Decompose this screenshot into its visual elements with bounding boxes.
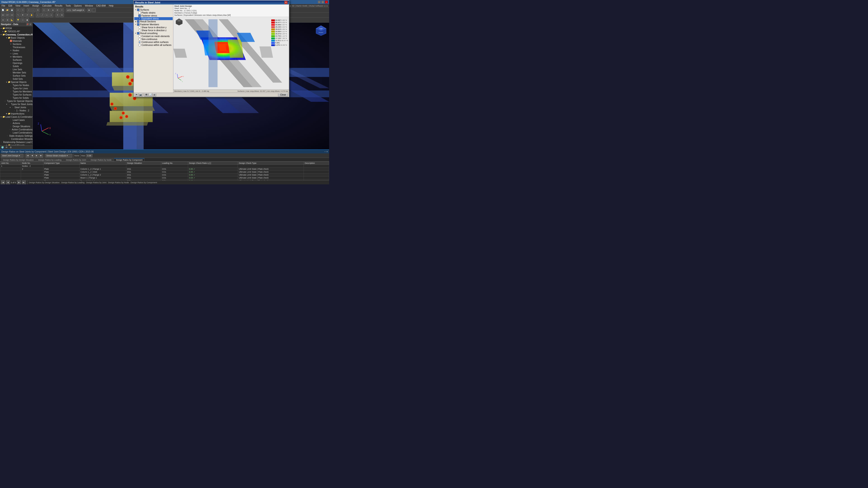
- sections-checkbox[interactable]: ✓: [137, 20, 140, 23]
- menu-assign[interactable]: Assign: [32, 4, 40, 7]
- nav-tree-item[interactable]: ▼·Types for Steel Joints: [0, 103, 33, 106]
- save-btn[interactable]: 💾: [10, 8, 14, 12]
- result-constant-mesh[interactable]: Constant on mesh elements: [134, 35, 173, 38]
- max-value[interactable]: 0.98: [86, 154, 92, 157]
- nav-tree-item[interactable]: ISections: [0, 42, 33, 46]
- nav-tree-item[interactable]: ▼·Steel Joints: [0, 106, 33, 109]
- tb-btn-b[interactable]: ⊞: [46, 8, 51, 12]
- pan-btn[interactable]: ✋: [30, 13, 34, 17]
- view-xy-btn[interactable]: XY: [5, 13, 9, 17]
- analysis-type-dropdown[interactable]: Stress-Strain Analysis ▾: [45, 154, 72, 158]
- cont-surf-radio[interactable]: [138, 41, 141, 43]
- render-btn[interactable]: 💡: [16, 18, 20, 22]
- member-btn[interactable]: ═: [49, 13, 53, 17]
- dialog-close-button[interactable]: ×: [284, 1, 287, 4]
- nav-tree-item[interactable]: ·Solid Sets: [0, 77, 33, 80]
- dialog-btn-print[interactable]: 🖨: [153, 93, 156, 96]
- zoom-out-btn[interactable]: −: [31, 8, 35, 12]
- view-xz-btn[interactable]: XZ: [10, 13, 14, 17]
- tb-btn-e[interactable]: ≡: [60, 8, 64, 12]
- nav-tree-item[interactable]: ·Types for Lines: [0, 87, 33, 90]
- nav-tree-item[interactable]: ·Design Situations: [0, 125, 33, 128]
- nav-tree-item[interactable]: ·Action Combinations: [0, 128, 33, 131]
- nav-tree-item[interactable]: ·Thicknesses: [0, 46, 33, 49]
- table-row[interactable]: PlateColumn 1_2 | WebDS1CO10.00 ✓Ultimat…: [0, 170, 329, 173]
- nav-icon-gear[interactable]: ⚙: [9, 146, 12, 149]
- lc-dropdown[interactable]: LC1 : Self-weight ▾: [66, 8, 85, 12]
- nav-tree-item[interactable]: ·Load Cases: [0, 119, 33, 122]
- nav-tree-item[interactable]: ·Line Sets: [0, 68, 33, 71]
- tab-by-loading[interactable]: Design Ratios by Loading: [36, 158, 64, 161]
- result-equivalent-stress[interactable]: ✓ Equivalent stress: [134, 17, 173, 20]
- menu-insert[interactable]: Insert: [23, 4, 30, 7]
- tb-stop-btn[interactable]: ⬛: [92, 8, 96, 12]
- table-row[interactable]: PlateColumn 1_2 | Flange 2DS1CO10.00 ✓Ul…: [0, 173, 329, 176]
- grid-btn[interactable]: ⊞: [5, 18, 9, 22]
- minimize-btn[interactable]: −: [318, 1, 320, 3]
- node-btn[interactable]: •: [36, 13, 40, 17]
- surfaces-checkbox[interactable]: ✓: [137, 8, 140, 11]
- menu-cadbim[interactable]: CAD-BIM: [95, 4, 106, 7]
- page-first-btn[interactable]: |◀: [1, 181, 5, 185]
- dialog-btn-render[interactable]: 🖼: [145, 93, 148, 96]
- nav-tree-item[interactable]: ·Types for Members: [0, 90, 33, 93]
- tb-btn-d[interactable]: ⊟: [55, 8, 59, 12]
- tb-btn-a[interactable]: ◻: [42, 8, 46, 12]
- nav-tree-item[interactable]: ▼📁Basic Objects: [0, 36, 33, 39]
- close-btn[interactable]: ×: [325, 1, 328, 3]
- bottom-table[interactable]: Joint No. Node No. Component Type Name D…: [0, 162, 329, 180]
- bottom-close-btn[interactable]: ×: [327, 151, 328, 153]
- nav-tree-item[interactable]: ─Lines: [0, 52, 33, 55]
- btb-prev[interactable]: ◀: [30, 154, 34, 158]
- nav-tree-item[interactable]: ·Actions: [0, 122, 33, 125]
- rotate-btn[interactable]: ↺: [25, 13, 29, 17]
- shear-y-radio[interactable]: [138, 26, 141, 29]
- menu-options[interactable]: Options: [73, 4, 82, 7]
- nav-tree-item[interactable]: ▶📁Load Wizards: [0, 144, 33, 145]
- result-fastener-stress[interactable]: ✓ Fastener stress: [134, 14, 173, 17]
- result-continuous-surfaces[interactable]: Continuous within surfaces: [134, 41, 173, 43]
- dialog-btn-table[interactable]: 📊: [149, 93, 152, 96]
- non-cont-radio[interactable]: [138, 38, 141, 40]
- menu-results[interactable]: Results: [54, 4, 63, 7]
- plastic-strains-checkbox[interactable]: [138, 11, 141, 14]
- page-last-btn[interactable]: ▶|: [22, 181, 26, 185]
- const-mesh-radio[interactable]: [138, 35, 141, 37]
- result-non-continuous[interactable]: Non-continuous: [134, 38, 173, 41]
- nav-tree-item[interactable]: ·Surfaces: [0, 58, 33, 61]
- nav-tree-item[interactable]: ·Types for Surfaces: [0, 93, 33, 96]
- line-btn[interactable]: ╱: [40, 13, 44, 17]
- tb-run-btn[interactable]: ▶: [87, 8, 91, 12]
- table-row[interactable]: 1Nodes : 2: [0, 165, 329, 168]
- shaded-btn[interactable]: ◼: [25, 18, 29, 22]
- select-btn[interactable]: ↖: [16, 13, 20, 17]
- dialog-btn-camera[interactable]: 📷: [139, 93, 143, 96]
- table-row[interactable]: 2PlateColumn 1_2 | Flange 1DS1CO10.00 ✓U…: [0, 168, 329, 170]
- nav-tree-item[interactable]: ·1 - Nodes : 2: [0, 109, 33, 112]
- table-row[interactable]: PlateBeam 1 | Flange 1DS1CO10.03 ✓Ultima…: [0, 176, 329, 180]
- fm-checkbox[interactable]: ✓: [137, 23, 140, 26]
- dialog-title-bar[interactable]: Results in Steel Joint ×: [134, 0, 289, 4]
- equiv-stress-checkbox[interactable]: ✓: [138, 18, 141, 20]
- menu-edit[interactable]: Edit: [8, 4, 13, 7]
- btb-first[interactable]: |◀: [26, 154, 30, 158]
- menu-window[interactable]: Window: [84, 4, 94, 7]
- maximize-btn[interactable]: □: [321, 1, 324, 3]
- fit-btn[interactable]: ⊡: [36, 8, 40, 12]
- nav-tree-item[interactable]: ·Load Combinations: [0, 131, 33, 134]
- result-sections[interactable]: ▶ ✓ Result Sections: [134, 20, 173, 23]
- btb-next[interactable]: ▶: [35, 154, 39, 158]
- nav-close-btn[interactable]: ×: [29, 23, 32, 26]
- snap-btn[interactable]: ⊕: [1, 18, 5, 22]
- tab-by-node[interactable]: Design Ratios by Node: [89, 158, 114, 161]
- nav-tree-item[interactable]: ·Member Sets: [0, 71, 33, 74]
- nav-tree-item[interactable]: ▼📁75RSG5.rf6*: [0, 30, 33, 33]
- result-plastic-strains[interactable]: Plastic strains: [134, 11, 173, 14]
- menu-view[interactable]: View: [15, 4, 21, 7]
- undo-btn[interactable]: ↩: [16, 8, 20, 12]
- result-continuous-all[interactable]: Continuous within all surfaces: [134, 43, 173, 46]
- tab-by-joint[interactable]: Design Ratios by Joint: [64, 158, 88, 161]
- result-surfaces[interactable]: ▼ ✓ Surfaces: [134, 8, 173, 11]
- page-prev-btn[interactable]: ◀: [6, 181, 10, 185]
- open-btn[interactable]: 📂: [5, 8, 9, 12]
